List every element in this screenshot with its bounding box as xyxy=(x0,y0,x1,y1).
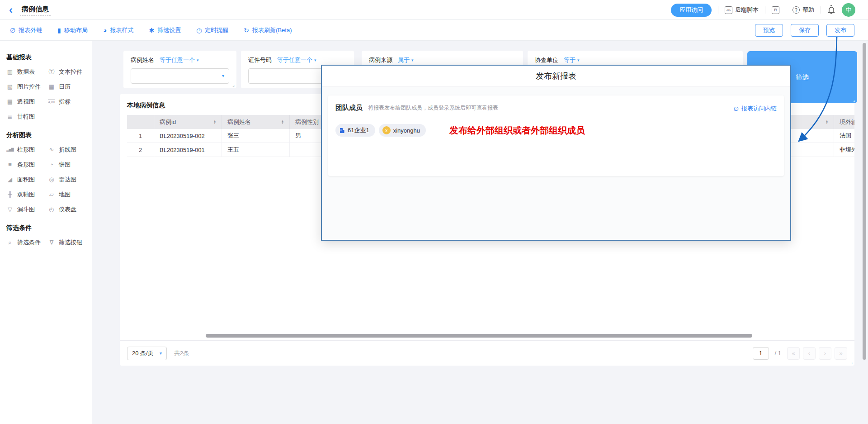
back-icon[interactable]: ‹ xyxy=(9,5,13,15)
line-chart-icon: ∿ xyxy=(48,146,55,153)
sidebar-item-line-chart[interactable]: ∿折线图 xyxy=(48,142,90,157)
prev-page-button[interactable]: ‹ xyxy=(803,347,816,360)
sidebar-item-label: 地图 xyxy=(59,191,71,199)
sidebar-item-label: 柱形图 xyxy=(17,146,35,154)
team-members-card: 团队成员 将报表发布给团队成员，成员登录系统后即可查看报表 ∅ 报表访问内链 6… xyxy=(328,95,784,176)
sidebar-item-radar-chart[interactable]: ◎雷达图 xyxy=(48,172,90,187)
vertical-scrollbar[interactable] xyxy=(863,43,866,360)
header-case-name[interactable]: 病例姓名▲▼ xyxy=(222,115,290,129)
preview-button[interactable]: 预览 xyxy=(755,24,783,37)
refresh-icon: ↻ xyxy=(244,27,249,34)
cell-case-name: 王五 xyxy=(222,143,290,157)
resize-handle-icon[interactable]: ⌟ xyxy=(232,82,235,87)
sort-icon[interactable]: ▲▼ xyxy=(826,120,828,124)
sort-icon[interactable]: ▲▼ xyxy=(213,120,216,124)
filter-operator-dropdown[interactable]: 等于▾ xyxy=(564,56,580,64)
sidebar-item-column-chart[interactable]: ▂▅▇柱形图 xyxy=(6,142,48,157)
sidebar-item-label: 条形图 xyxy=(17,161,35,169)
sidebar-item-pivot[interactable]: ▤透视图 xyxy=(6,94,48,109)
user-chip-avatar: x xyxy=(382,126,391,134)
cell-overseas: 非境外输入 xyxy=(834,143,854,157)
column-label: 病例id xyxy=(160,118,176,126)
notification-bell-icon[interactable] xyxy=(827,5,835,14)
user-chip[interactable]: x xinyonghu xyxy=(379,124,426,137)
sidebar-item-filter-condition[interactable]: ⌕筛选条件 xyxy=(6,235,48,250)
page-number-input[interactable]: 1 xyxy=(753,347,769,360)
sort-icon[interactable]: ▲▼ xyxy=(281,120,284,124)
org-chip[interactable]: 61企业1 xyxy=(335,124,375,137)
sidebar-item-gantt[interactable]: ≣甘特图 xyxy=(6,109,48,124)
toolbar-item-mobile-layout[interactable]: ▮ 移动布局 xyxy=(57,26,88,34)
app-access-button[interactable]: 应用访问 xyxy=(671,4,712,17)
sidebar-item-pie-chart[interactable]: ◔饼图 xyxy=(48,157,90,172)
sidebar-item-label: 图片控件 xyxy=(17,83,41,91)
horizontal-scrollbar[interactable] xyxy=(206,334,752,338)
link-label: 报表访问内链 xyxy=(741,105,777,113)
sidebar-item-label: 面积图 xyxy=(17,176,35,184)
backend-script-button[interactable]: </> 后端脚本 xyxy=(725,6,759,14)
sidebar-item-data-table[interactable]: ▥数据表 xyxy=(6,64,48,79)
toolbar-item-scheduled-reminder[interactable]: ◷ 定时提醒 xyxy=(196,26,228,34)
alarm-icon: ◷ xyxy=(196,27,202,34)
org-chip-label: 61企业1 xyxy=(348,126,369,134)
column-label: 病例姓名 xyxy=(227,118,251,126)
sidebar-item-dual-axis-chart[interactable]: ╫双轴图 xyxy=(6,187,48,202)
chevron-down-icon: ▾ xyxy=(411,58,414,62)
sidebar-group-basic-reports: 基础报表 xyxy=(6,53,92,62)
sidebar-item-area-chart[interactable]: ◢面积图 xyxy=(6,172,48,187)
sidebar-item-label: 雷达图 xyxy=(59,176,76,184)
last-page-button[interactable]: » xyxy=(835,347,847,360)
toolbar-item-external-link[interactable]: ∅ 报表外链 xyxy=(10,26,42,34)
publish-button[interactable]: 发布 xyxy=(826,24,854,37)
contacts-icon[interactable]: R xyxy=(772,6,779,14)
column-chart-icon: ▂▅▇ xyxy=(6,148,14,152)
header-case-id[interactable]: 病例id▲▼ xyxy=(154,115,222,129)
chevron-down-icon: ▾ xyxy=(577,58,580,62)
radar-chart-icon: ◎ xyxy=(48,176,55,183)
filter-operator: 等于 xyxy=(564,56,576,64)
sidebar-item-gauge[interactable]: ◴仪表盘 xyxy=(48,202,90,217)
team-members-title: 团队成员 xyxy=(335,104,363,112)
sidebar-item-funnel-chart[interactable]: ▽漏斗图 xyxy=(6,202,48,217)
page-title[interactable]: 病例信息 xyxy=(20,4,51,16)
filter-operator: 属于 xyxy=(398,56,410,64)
page-size-select[interactable]: 20 条/页 ▾ xyxy=(127,347,167,360)
filter-label: 病例来源 xyxy=(369,56,392,64)
chevron-down-icon: ▾ xyxy=(222,73,224,78)
bell-dot xyxy=(830,5,832,6)
toolbar-item-filter-settings[interactable]: ✱ 筛选设置 xyxy=(149,26,181,34)
toolbar-item-report-style[interactable]: ◕ 报表样式 xyxy=(103,26,133,34)
sidebar-item-bar-chart[interactable]: ≡条形图 xyxy=(6,157,48,172)
sidebar-item-image-widget[interactable]: ▧图片控件 xyxy=(6,79,48,94)
sidebar-item-label: 数据表 xyxy=(17,68,35,76)
first-page-button[interactable]: « xyxy=(787,347,800,360)
case-name-select[interactable]: ▾ xyxy=(131,68,229,84)
sidebar-item-text-widget[interactable]: Ⓣ文本控件 xyxy=(48,64,90,79)
header-overseas-import[interactable]: 境外输入 xyxy=(834,115,854,129)
sidebar-item-filter-button[interactable]: ∇筛选按钮 xyxy=(48,235,90,250)
funnel-chart-icon: ▽ xyxy=(6,206,14,213)
resize-handle-icon[interactable]: ⌟ xyxy=(853,97,855,102)
sidebar-item-calendar[interactable]: ▦日历 xyxy=(48,79,90,94)
sidebar-item-map[interactable]: ▱地图 xyxy=(48,187,90,202)
help-button[interactable]: ? 帮助 xyxy=(793,6,814,14)
filter-widget-case-name: 病例姓名 等于任意一个▾ ▾ ⌟ xyxy=(123,51,236,88)
user-avatar[interactable]: 中 xyxy=(842,3,855,17)
filter-operator-dropdown[interactable]: 等于任意一个▾ xyxy=(277,56,316,64)
divider xyxy=(718,6,718,14)
filter-operator: 等于任意一个 xyxy=(277,56,312,64)
sidebar-group-filter-conditions: 筛选条件 xyxy=(6,224,92,232)
toolbar-item-report-refresh[interactable]: ↻ 报表刷新(Beta) xyxy=(244,26,292,34)
filter-operator-dropdown[interactable]: 等于任意一个▾ xyxy=(160,56,199,64)
gantt-icon: ≣ xyxy=(6,113,14,120)
divider xyxy=(786,6,786,14)
sidebar-item-label: 指标 xyxy=(59,98,71,106)
question-icon: ? xyxy=(793,6,800,14)
resize-handle-icon[interactable]: ⌟ xyxy=(850,360,853,365)
sidebar-group-analysis-charts: 分析图表 xyxy=(6,131,92,139)
report-internal-link[interactable]: ∅ 报表访问内链 xyxy=(734,105,777,113)
save-button[interactable]: 保存 xyxy=(791,24,819,37)
sidebar-item-indicator[interactable]: 4,80指标 xyxy=(48,94,90,109)
filter-operator-dropdown[interactable]: 属于▾ xyxy=(398,56,414,64)
next-page-button[interactable]: › xyxy=(819,347,831,360)
